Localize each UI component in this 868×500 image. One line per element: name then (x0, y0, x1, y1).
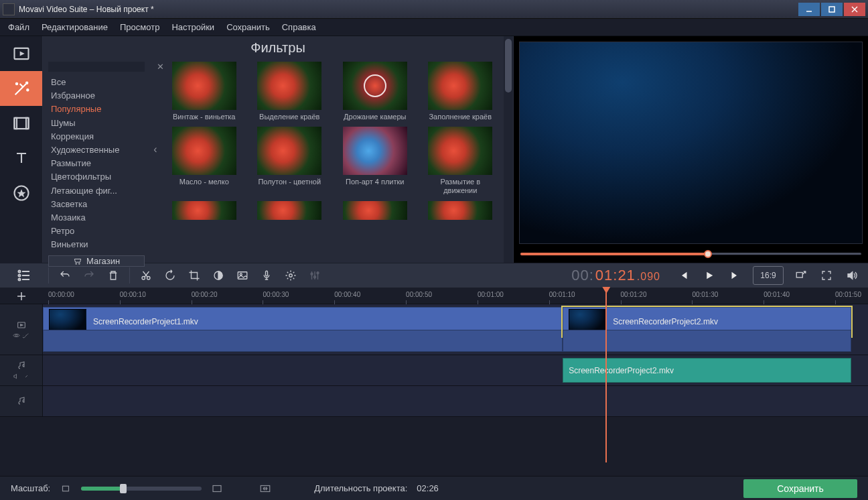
tool-transitions[interactable] (0, 106, 42, 141)
category-item[interactable]: Мозаика (48, 211, 145, 225)
play-button[interactable] (698, 265, 721, 286)
status-bar: Масштаб: Длительность проекта: 02:26 Сох… (0, 476, 868, 500)
next-frame-button[interactable] (723, 265, 746, 286)
thumb-image (257, 127, 321, 175)
volume-button[interactable] (841, 266, 863, 285)
ruler-tick: 00:00:00 (48, 291, 74, 298)
filter-thumb[interactable]: Заполнение краёв (423, 62, 499, 121)
filter-thumb[interactable]: Дрожание камеры (337, 62, 413, 121)
search-input[interactable] (51, 62, 157, 72)
thumb-image (257, 201, 321, 220)
music-icon (16, 396, 27, 407)
video-track: ScreenRecorderProject1.mkv ScreenRecorde… (0, 304, 868, 355)
fit-timeline-icon[interactable] (259, 483, 271, 495)
menu-settings[interactable]: Настройки (171, 22, 214, 32)
category-item[interactable]: Ретро (48, 225, 145, 238)
browser-scrollbar[interactable] (504, 36, 513, 263)
undo-button[interactable] (54, 266, 76, 285)
svg-rect-41 (213, 485, 221, 491)
svg-point-39 (15, 334, 17, 336)
filter-thumb[interactable] (166, 201, 242, 220)
clip-properties-button[interactable] (280, 266, 301, 285)
ruler-tick: 00:00:30 (263, 291, 289, 298)
thumb-label: Винтаж - виньетка (173, 113, 235, 121)
thumb-label: Поп-арт 4 плитки (346, 178, 404, 186)
tool-filters[interactable] (0, 71, 42, 106)
linked-audio-track-lane[interactable]: ScreenRecorderProject2.mkv (43, 355, 868, 385)
svg-rect-27 (238, 272, 247, 279)
filter-thumb[interactable]: Масло - мелко (166, 127, 242, 195)
category-item[interactable]: Виньетки (48, 238, 145, 251)
zoom-label: Масштаб: (11, 483, 50, 493)
category-item[interactable]: Все (48, 76, 145, 89)
menu-save[interactable]: Сохранить (226, 22, 270, 32)
menu-view[interactable]: Просмотр (120, 22, 159, 32)
preview-canvas[interactable] (519, 42, 863, 244)
category-item[interactable]: Цветофильтры (48, 170, 145, 184)
redo-button[interactable] (78, 266, 100, 285)
filter-thumb[interactable] (423, 201, 499, 220)
menu-file[interactable]: Файл (8, 22, 29, 32)
clip-label: ScreenRecorderProject2.mkv (569, 366, 674, 375)
video-track-lane[interactable]: ScreenRecorderProject1.mkv ScreenRecorde… (43, 304, 868, 355)
window-maximize-button[interactable] (821, 3, 843, 16)
menu-help[interactable]: Справка (282, 22, 316, 32)
track-list-toggle[interactable] (5, 267, 43, 284)
crop-button[interactable] (184, 266, 205, 285)
preview-progress-slider[interactable] (520, 248, 861, 260)
category-item[interactable]: Летающие фиг... (48, 184, 145, 198)
zoom-in-icon[interactable] (211, 483, 223, 495)
filter-thumb[interactable]: Винтаж - виньетка (166, 62, 242, 121)
clip-video-1-audio[interactable] (43, 330, 563, 353)
linked-audio-track-head[interactable] (0, 355, 43, 385)
filter-thumb[interactable]: Поп-арт 4 плитки (337, 127, 413, 195)
prev-frame-button[interactable] (672, 265, 695, 286)
zoom-slider[interactable] (81, 487, 202, 491)
category-item[interactable]: Засветка (48, 198, 145, 211)
category-item[interactable]: Коррекция (48, 130, 145, 143)
detach-preview-button[interactable] (790, 266, 812, 285)
rotate-button[interactable] (159, 266, 181, 285)
image-button[interactable] (232, 266, 253, 285)
zoom-out-icon[interactable] (60, 483, 72, 495)
tool-stickers[interactable] (0, 176, 42, 210)
add-track-button[interactable] (0, 288, 43, 304)
aspect-ratio-button[interactable]: 16:9 (753, 266, 784, 285)
filter-thumb[interactable]: Размытие в движении (423, 127, 499, 195)
tool-media[interactable] (0, 36, 42, 71)
collapse-categories-handle[interactable]: ‹ (150, 36, 161, 263)
filter-thumb[interactable]: Полутон - цветной (252, 127, 328, 195)
menu-edit[interactable]: Редактирование (42, 22, 108, 32)
color-adjust-button[interactable] (208, 266, 229, 285)
category-item[interactable]: Избранное (48, 89, 145, 103)
audio-track-lane[interactable] (43, 386, 868, 416)
filter-thumb[interactable] (252, 201, 328, 220)
category-item[interactable]: Размытие (48, 157, 145, 170)
delete-button[interactable] (102, 266, 124, 285)
playhead[interactable] (605, 288, 607, 462)
ruler-tick: 00:00:10 (120, 291, 146, 298)
thumb-label: Размытие в движении (427, 178, 494, 195)
equalizer-button[interactable] (304, 266, 326, 285)
voiceover-button[interactable] (256, 266, 277, 285)
browser-title: Фильтры (250, 40, 305, 56)
video-track-icon (16, 320, 27, 330)
cut-button[interactable] (135, 266, 157, 285)
speaker-icon (13, 373, 20, 380)
shop-button[interactable]: Магазин (48, 255, 145, 267)
filter-thumb[interactable]: Выделение краёв (252, 62, 328, 121)
category-item[interactable]: Популярные (48, 103, 145, 116)
tool-titles[interactable] (0, 141, 42, 176)
window-minimize-button[interactable] (798, 3, 820, 16)
audio-track-head[interactable] (0, 386, 43, 416)
window-close-button[interactable] (844, 3, 865, 16)
category-item[interactable]: Художественные (48, 143, 145, 157)
timeline-ruler[interactable]: 00:00:0000:00:1000:00:2000:00:3000:00:40… (0, 288, 868, 304)
category-item[interactable]: Шумы (48, 117, 145, 130)
ruler-tick: 00:01:00 (478, 291, 504, 298)
video-track-head[interactable] (0, 304, 43, 355)
save-button[interactable]: Сохранить (743, 479, 857, 498)
filter-thumb[interactable] (337, 201, 413, 220)
fullscreen-button[interactable] (816, 266, 837, 285)
linked-audio-track: ScreenRecorderProject2.mkv (0, 355, 868, 386)
